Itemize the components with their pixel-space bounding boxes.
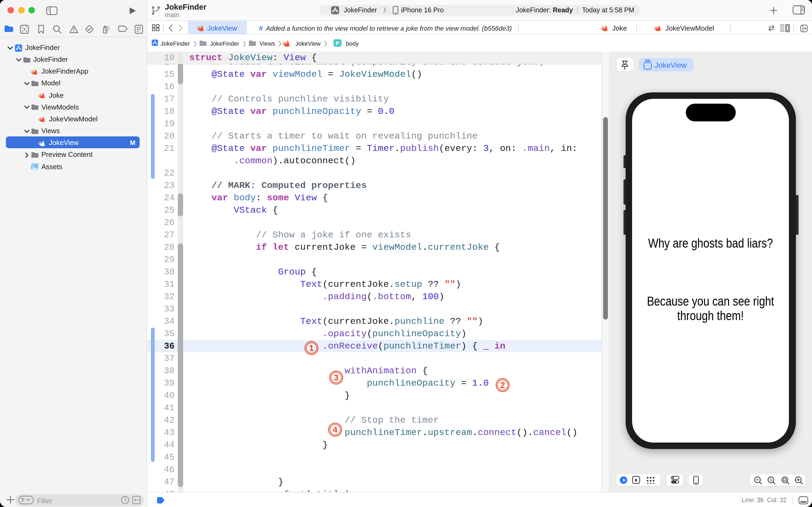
svg-text:1: 1: [309, 343, 313, 353]
svg-text:3: 3: [334, 373, 339, 382]
svg-text:2: 2: [500, 380, 505, 390]
svg-text:1: 1: [770, 477, 772, 482]
svg-text:4: 4: [333, 425, 337, 435]
